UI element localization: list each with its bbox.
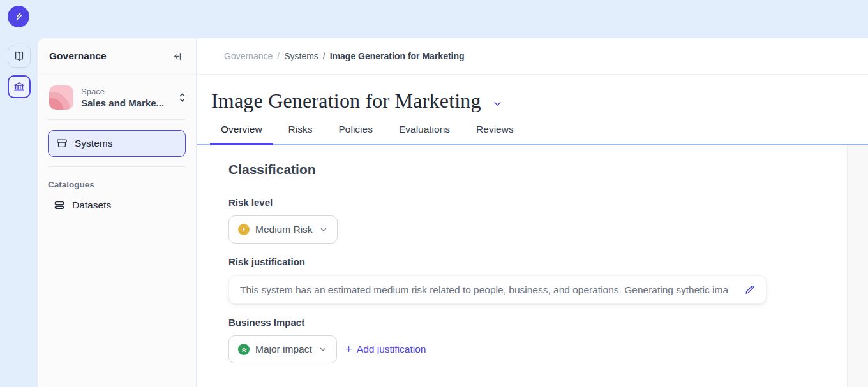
content-area: Classification Risk level Medium Risk Ri… bbox=[197, 145, 868, 387]
tab-policies[interactable]: Policies bbox=[328, 124, 384, 144]
icon-rail bbox=[0, 38, 38, 387]
tab-overview[interactable]: Overview bbox=[210, 124, 273, 144]
tab-evaluations[interactable]: Evaluations bbox=[388, 124, 461, 144]
sidebar-title: Governance bbox=[49, 50, 107, 62]
plus-icon: + bbox=[345, 343, 352, 355]
tab-risks[interactable]: Risks bbox=[278, 124, 324, 144]
bolt-badge-icon bbox=[238, 224, 250, 235]
book-icon bbox=[13, 50, 26, 62]
space-avatar bbox=[49, 85, 73, 110]
space-selector[interactable]: Space Sales and Marke... bbox=[49, 85, 187, 110]
risk-level-dropdown[interactable]: Medium Risk bbox=[228, 215, 338, 244]
app-logo[interactable] bbox=[8, 6, 29, 27]
rail-docs-button[interactable] bbox=[8, 45, 31, 68]
rail-governance-button[interactable] bbox=[8, 75, 31, 98]
bolt-logo-icon bbox=[12, 10, 25, 23]
breadcrumb-governance[interactable]: Governance bbox=[224, 51, 273, 61]
business-impact-dropdown[interactable]: Major impact bbox=[228, 335, 337, 363]
page-title: Image Generation for Marketing bbox=[211, 89, 481, 113]
tab-reviews[interactable]: Reviews bbox=[465, 124, 525, 144]
archive-box-icon bbox=[56, 137, 68, 150]
sidebar-header: Governance bbox=[38, 38, 196, 75]
add-justification-button[interactable]: + Add justification bbox=[345, 344, 426, 355]
risk-level-label: Risk level bbox=[228, 197, 807, 208]
collapse-left-icon[interactable] bbox=[171, 50, 184, 63]
breadcrumb-current: Image Generation for Marketing bbox=[330, 51, 465, 61]
space-kicker: Space bbox=[81, 87, 177, 96]
business-impact-value: Major impact bbox=[255, 344, 312, 355]
space-name: Sales and Marke... bbox=[81, 98, 177, 108]
breadcrumb-separator: / bbox=[277, 51, 280, 61]
title-row: Image Generation for Marketing bbox=[197, 75, 868, 113]
divider bbox=[48, 119, 186, 120]
bank-icon bbox=[13, 80, 26, 93]
risk-justification-field[interactable]: This system has an estimated medium risk… bbox=[228, 275, 767, 304]
breadcrumb: Governance / Systems / Image Generation … bbox=[197, 38, 868, 75]
sidebar-item-label: Systems bbox=[75, 138, 112, 149]
scroll-gutter[interactable] bbox=[847, 145, 868, 387]
database-icon bbox=[53, 199, 66, 212]
sidebar-item-label: Datasets bbox=[72, 200, 111, 211]
pencil-icon[interactable] bbox=[743, 283, 756, 296]
chevron-down-icon bbox=[318, 345, 327, 354]
risk-level-value: Medium Risk bbox=[255, 224, 313, 235]
divider bbox=[48, 166, 186, 167]
chevrons-up-badge-icon bbox=[238, 344, 250, 355]
sidebar-item-datasets[interactable]: Datasets bbox=[53, 199, 196, 212]
business-impact-row: Major impact + Add justification bbox=[228, 335, 807, 363]
space-meta: Space Sales and Marke... bbox=[81, 87, 177, 108]
breadcrumb-separator: / bbox=[323, 51, 326, 61]
risk-justification-text: This system has an estimated medium risk… bbox=[240, 284, 735, 296]
business-impact-label: Business Impact bbox=[228, 317, 807, 328]
tab-bar: Overview Risks Policies Evaluations Revi… bbox=[197, 124, 868, 145]
sidebar: Governance Space Sales and Marke... bbox=[38, 38, 197, 387]
risk-justification-label: Risk justification bbox=[228, 256, 807, 267]
breadcrumb-systems[interactable]: Systems bbox=[284, 51, 318, 61]
sidebar-section-label: Catalogues bbox=[48, 180, 196, 189]
chevron-down-icon[interactable] bbox=[492, 98, 503, 109]
classification-heading: Classification bbox=[228, 162, 807, 177]
up-down-chevrons-icon bbox=[177, 92, 187, 103]
sidebar-item-systems[interactable]: Systems bbox=[48, 130, 186, 157]
add-justification-label: Add justification bbox=[357, 344, 426, 355]
chevron-down-icon bbox=[319, 225, 328, 234]
main-panel: Governance / Systems / Image Generation … bbox=[197, 38, 868, 387]
